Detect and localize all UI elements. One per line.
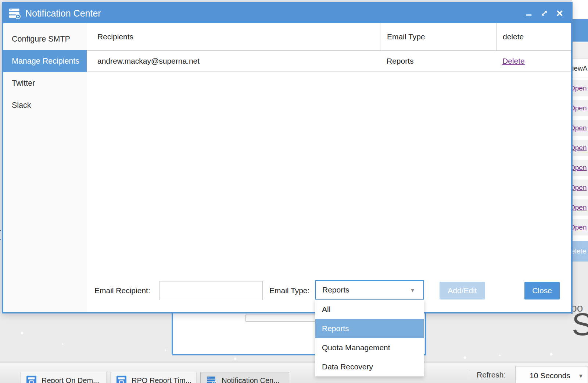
chevron-down-icon: ▼ bbox=[410, 287, 415, 293]
refresh-interval-select[interactable]: 10 Seconds ▼ bbox=[515, 366, 588, 383]
add-edit-button[interactable]: Add/Edit bbox=[440, 282, 485, 299]
background-table-fragment: ViewA Open Open Open Open Open Open Open… bbox=[572, 0, 588, 262]
recipient-email: andrew.mackay@superna.net bbox=[87, 57, 380, 65]
email-type-selected-value: Reports bbox=[322, 286, 349, 294]
sidebar-item-twitter[interactable]: Twitter bbox=[3, 72, 87, 94]
email-type-dropdown-list: All Reports Quota Management Data Recove… bbox=[315, 299, 424, 377]
table-row: Open bbox=[572, 219, 588, 235]
minimize-button[interactable] bbox=[525, 9, 533, 17]
settings-sidebar: Configure SMTP Manage Recipients Twitter… bbox=[3, 23, 87, 312]
delete-button-fragment: elete bbox=[572, 247, 586, 255]
background-table-header bbox=[572, 19, 588, 42]
delete-recipient-link[interactable]: Delete bbox=[502, 57, 525, 65]
report-icon bbox=[116, 376, 126, 383]
report-icon bbox=[26, 376, 36, 383]
notification-center-window: Notification Center bbox=[2, 2, 573, 313]
open-link[interactable]: Open bbox=[572, 144, 587, 152]
background-open-rows: Open Open Open Open Open Open Open Open bbox=[572, 80, 588, 239]
table-row: Open bbox=[572, 100, 588, 116]
sidebar-item-manage-recipients[interactable]: Manage Recipients bbox=[3, 50, 87, 72]
taskbar: Report On Dem... RPO Report Tim... bbox=[0, 362, 588, 383]
open-link[interactable]: Open bbox=[572, 184, 587, 192]
refresh-label: Refresh: bbox=[477, 370, 506, 379]
window-title: Notification Center bbox=[25, 8, 525, 19]
background-view-row: ViewA bbox=[572, 59, 588, 78]
desktop-background: ( ViewA Open Open Open Open Open Open Op… bbox=[0, 0, 588, 383]
notification-center-icon bbox=[207, 376, 216, 383]
table-row: Open bbox=[572, 160, 588, 176]
email-type-label: Email Type: bbox=[269, 282, 309, 299]
recipient-row: andrew.mackay@superna.net Reports Delete bbox=[87, 51, 571, 72]
column-header-recipients: Recipients bbox=[87, 23, 380, 50]
taskbar-button-report-on-demand[interactable]: Report On Dem... bbox=[20, 372, 107, 383]
close-button[interactable]: Close bbox=[524, 282, 560, 299]
recipients-table-header: Recipients Email Type delete bbox=[87, 23, 571, 51]
close-window-button[interactable] bbox=[556, 9, 564, 17]
table-row: Open bbox=[572, 80, 588, 96]
background-selected-row: elete bbox=[572, 241, 588, 262]
background-view-label: ViewA bbox=[572, 64, 588, 72]
column-header-delete: delete bbox=[496, 23, 571, 50]
dropdown-option-quota-management[interactable]: Quota Management bbox=[315, 338, 424, 357]
sidebar-item-configure-smtp[interactable]: Configure SMTP bbox=[3, 28, 87, 50]
chevron-down-icon: ▼ bbox=[578, 373, 584, 379]
recipients-panel: Recipients Email Type delete andrew.mack… bbox=[87, 23, 571, 312]
window-controls bbox=[525, 9, 564, 17]
email-recipient-input[interactable] bbox=[159, 281, 263, 300]
maximize-button[interactable] bbox=[540, 9, 548, 17]
notification-center-icon bbox=[8, 8, 21, 19]
window-titlebar[interactable]: Notification Center bbox=[3, 3, 571, 23]
open-link[interactable]: Open bbox=[572, 84, 587, 92]
dropdown-option-data-recovery[interactable]: Data Recovery bbox=[315, 357, 424, 376]
open-link[interactable]: Open bbox=[572, 104, 587, 112]
email-type-select[interactable]: Reports ▼ bbox=[315, 280, 424, 299]
taskbar-button-label: RPO Report Tim... bbox=[132, 376, 191, 383]
open-link[interactable]: Open bbox=[572, 203, 587, 212]
table-row: Open bbox=[572, 180, 588, 196]
taskbar-button-rpo-report[interactable]: RPO Report Tim... bbox=[110, 372, 197, 383]
dropdown-option-reports[interactable]: Reports bbox=[315, 319, 424, 338]
background-text-fragment: ( bbox=[0, 228, 1, 241]
taskbar-button-label: Notification Cen... bbox=[222, 376, 280, 383]
open-link[interactable]: Open bbox=[572, 124, 587, 132]
taskbar-button-label: Report On Dem... bbox=[42, 376, 99, 383]
open-link[interactable]: Open bbox=[572, 164, 587, 172]
column-header-email-type: Email Type bbox=[380, 23, 496, 50]
table-row: Open bbox=[572, 199, 588, 216]
dropdown-option-all[interactable]: All bbox=[315, 300, 424, 319]
table-row: Open bbox=[572, 140, 588, 156]
table-row: Open bbox=[572, 120, 588, 136]
email-recipient-label: Email Recipient: bbox=[94, 282, 150, 299]
open-link[interactable]: Open bbox=[572, 223, 587, 231]
recipient-email-type: Reports bbox=[380, 57, 496, 65]
taskbar-divider bbox=[468, 369, 468, 380]
branding-logo-fragment: S bbox=[572, 308, 588, 340]
refresh-interval-value: 10 Seconds bbox=[530, 371, 570, 380]
sidebar-item-slack[interactable]: Slack bbox=[3, 94, 87, 116]
taskbar-button-notification-center[interactable]: Notification Cen... bbox=[200, 372, 289, 383]
